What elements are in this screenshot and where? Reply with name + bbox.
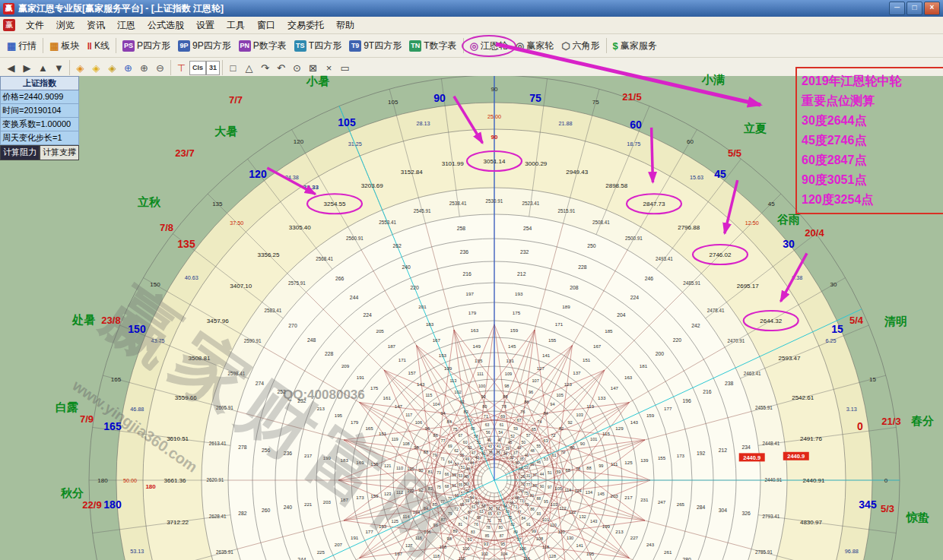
menu-江恩[interactable]: 江恩 (111, 17, 141, 33)
svg-text:2530.91: 2530.91 (486, 198, 503, 204)
scroll-left-button[interactable]: ◀ (3, 60, 19, 76)
menu-浏览[interactable]: 浏览 (50, 17, 81, 33)
svg-text:208: 208 (570, 285, 579, 290)
svg-text:36: 36 (496, 450, 500, 454)
svg-text:234: 234 (741, 445, 751, 450)
svg-text:96: 96 (433, 523, 438, 527)
svg-text:132: 132 (579, 514, 586, 519)
crosshair-tool-button[interactable]: ⊕ (120, 60, 136, 76)
svg-text:193: 193 (515, 291, 523, 296)
toolbar-9T四方形[interactable]: T99T四方形 (345, 38, 405, 54)
diamond-tool-3-button[interactable]: ◈ (104, 60, 120, 76)
svg-text:110: 110 (459, 556, 465, 560)
svg-text:227: 227 (630, 535, 639, 540)
calendar-tool-button[interactable]: 31 (206, 61, 220, 75)
menu-窗口[interactable]: 窗口 (251, 17, 281, 33)
svg-text:106: 106 (424, 530, 430, 534)
svg-text:197: 197 (466, 291, 475, 296)
svg-text:2620.91: 2620.91 (207, 477, 224, 482)
svg-text:3203.69: 3203.69 (361, 182, 383, 189)
close-button[interactable]: × (924, 2, 940, 15)
box-x-tool-button[interactable]: ⊠ (305, 60, 321, 76)
menu-工具[interactable]: 工具 (221, 17, 251, 33)
svg-text:145: 145 (598, 492, 605, 496)
svg-text:159: 159 (370, 493, 379, 498)
pointer-up-button[interactable]: ▲ (35, 60, 51, 76)
svg-text:75: 75 (437, 485, 441, 489)
svg-text:199: 199 (602, 524, 611, 529)
maximize-button[interactable]: □ (906, 2, 922, 15)
svg-text:73: 73 (437, 470, 441, 475)
svg-text:165: 165 (111, 376, 122, 383)
t-square-tool-button[interactable]: ⊤ (173, 60, 189, 76)
toolbar-江恩轮[interactable]: ◎江恩轮 (466, 38, 512, 54)
svg-text:50.00: 50.00 (123, 477, 137, 484)
svg-text:69: 69 (448, 444, 452, 448)
minimize-button[interactable]: ─ (889, 2, 905, 15)
button-计算阻力[interactable]: 计算阻力 (0, 145, 40, 160)
svg-text:115: 115 (602, 431, 610, 436)
rect-tool-button[interactable]: □ (225, 60, 241, 76)
toolbar-板块[interactable]: ▦板块 (46, 38, 83, 54)
triangle-tool-button[interactable]: △ (241, 60, 257, 76)
toolbar-T四方形[interactable]: TST四方形 (291, 38, 345, 54)
svg-text:280: 280 (682, 557, 691, 560)
toolbar-K线[interactable]: ‖K线 (84, 38, 113, 54)
app-window: 赢 赢家江恩专业版[赢家服务平台] - [上证指数 江恩轮] ─□× 赢 文件浏… (0, 0, 943, 560)
cis-tool-button[interactable]: CIs (189, 61, 206, 75)
menu-文件[interactable]: 文件 (20, 17, 50, 33)
svg-text:70: 70 (448, 496, 452, 501)
arc-cw-tool-button[interactable]: ↷ (257, 60, 273, 76)
menu-公式选股[interactable]: 公式选股 (141, 17, 190, 33)
filter-button[interactable]: ▼ (51, 60, 67, 76)
svg-text:3457.96: 3457.96 (207, 318, 229, 324)
toolbar-六角形[interactable]: ⬡六角形 (557, 38, 603, 54)
zoom-out-button[interactable]: ⊖ (152, 60, 168, 76)
toolbar-行情[interactable]: ▦行情 (3, 38, 40, 54)
degree-label-90: 90 (433, 92, 446, 104)
menu-交易委托[interactable]: 交易委托 (281, 17, 330, 33)
svg-text:47: 47 (497, 438, 502, 442)
svg-text:6.25: 6.25 (826, 337, 837, 344)
toolbar-P数字表[interactable]: PNP数字表 (235, 38, 291, 54)
svg-text:66: 66 (510, 501, 514, 505)
toolbar-T数字表[interactable]: TNT数字表 (405, 38, 460, 54)
diamond-tool-2-button[interactable]: ◈ (88, 60, 104, 76)
toolbar-赢家服务[interactable]: $赢家服务 (609, 38, 661, 54)
diamond-tool-1-button[interactable]: ◈ (72, 60, 88, 76)
delete-tool-button[interactable]: × (321, 60, 337, 76)
svg-text:71: 71 (440, 457, 445, 461)
svg-text:72: 72 (551, 433, 555, 438)
svg-text:232: 232 (297, 398, 306, 403)
svg-text:282: 282 (238, 511, 247, 516)
svg-text:87: 87 (500, 533, 504, 538)
toolbar-赢家轮[interactable]: ◎赢家轮 (512, 38, 557, 54)
scroll-right-button[interactable]: ▶ (19, 60, 35, 76)
degree-label-15: 15 (831, 323, 843, 335)
menu-设置[interactable]: 设置 (190, 17, 221, 33)
svg-text:141: 141 (576, 543, 583, 548)
menu-资讯[interactable]: 资讯 (81, 17, 111, 33)
svg-text:60: 60 (687, 138, 694, 145)
svg-text:2448.41: 2448.41 (762, 441, 779, 446)
select-tool-button[interactable]: ▭ (337, 60, 353, 76)
svg-text:84: 84 (522, 516, 526, 520)
arc-ccw-tool-button[interactable]: ↶ (273, 60, 289, 76)
svg-text:205: 205 (376, 328, 384, 334)
svg-text:102: 102 (407, 489, 414, 493)
button-计算支撑[interactable]: 计算支撑 (40, 145, 79, 160)
zoom-in-button[interactable]: ⊕ (136, 60, 152, 76)
toolbar-9P四方形[interactable]: 9P9P四方形 (174, 38, 235, 54)
svg-text:110: 110 (550, 523, 557, 527)
svg-text:53: 53 (468, 445, 472, 450)
menu-帮助[interactable]: 帮助 (330, 17, 360, 33)
svg-text:26: 26 (520, 474, 525, 479)
svg-text:2793.41: 2793.41 (762, 514, 779, 519)
svg-text:256: 256 (262, 448, 271, 453)
svg-text:70: 70 (560, 450, 565, 454)
svg-text:89: 89 (452, 529, 457, 533)
svg-text:84: 84 (447, 419, 452, 424)
toolbar-P四方形[interactable]: PSP四方形 (119, 38, 174, 54)
circle-tool-button[interactable]: ⊙ (289, 60, 305, 76)
svg-text:96.88: 96.88 (845, 548, 859, 555)
